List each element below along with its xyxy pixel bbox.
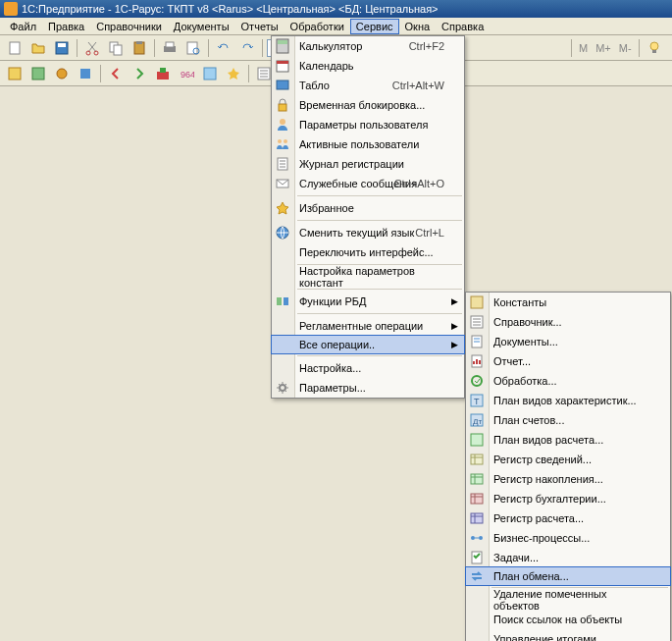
submenu-arrow-icon: ▶ — [451, 296, 458, 306]
menu-documents[interactable]: Документы — [168, 19, 235, 34]
plan2-icon: Дт — [469, 412, 485, 428]
bulb-button[interactable] — [644, 37, 665, 59]
separator — [154, 39, 155, 57]
save-button[interactable] — [51, 37, 73, 59]
menu-reports[interactable]: Отчеты — [235, 19, 284, 34]
menu-service[interactable]: Сервис — [350, 19, 399, 34]
allops-item-17[interactable]: Поиск ссылок на объекты — [466, 610, 670, 629]
svg-text:T: T — [474, 397, 480, 406]
tb2-btn7[interactable] — [152, 63, 174, 84]
allops-item-0[interactable]: Константы — [466, 293, 670, 312]
allops-item-16[interactable]: Удаление помеченных объектов — [466, 590, 670, 610]
exchange-icon — [469, 568, 485, 584]
service-item-5[interactable]: Активные пользователи — [272, 134, 464, 154]
tb2-btn3[interactable] — [51, 63, 73, 84]
menu-catalogs[interactable]: Справочники — [90, 19, 168, 34]
menu-item-label: Управление итогами... — [493, 633, 605, 641]
tb2-left-arrow[interactable] — [105, 63, 127, 84]
svg-text:Дт: Дт — [473, 417, 482, 426]
preview-button[interactable] — [182, 37, 204, 59]
service-item-12[interactable]: Переключить интерфейс... — [272, 242, 464, 262]
allops-item-2[interactable]: Документы... — [466, 332, 670, 351]
service-item-3[interactable]: Временная блокировка... — [272, 95, 464, 115]
service-item-6[interactable]: Журнал регистрации — [272, 154, 464, 174]
menu-item-label: Параметры пользователя — [299, 119, 428, 131]
service-item-2[interactable]: ТаблоCtrl+Alt+W — [272, 76, 464, 95]
reg1-icon — [469, 452, 485, 467]
svg-rect-16 — [9, 68, 21, 80]
service-item-9[interactable]: Избранное — [272, 198, 464, 218]
tb2-btn4[interactable] — [75, 63, 96, 84]
menu-processing[interactable]: Обработки — [284, 19, 350, 34]
print-button[interactable] — [159, 37, 181, 59]
service-item-14[interactable]: Настройка параметров констант — [272, 267, 464, 287]
allops-item-8[interactable]: Регистр сведений... — [466, 450, 670, 469]
allops-item-3[interactable]: Отчет... — [466, 351, 670, 371]
menu-help[interactable]: Справка — [436, 19, 490, 34]
menu-item-label: Настройка параметров констант — [299, 265, 444, 289]
redo-button[interactable] — [236, 37, 258, 59]
app-icon — [4, 2, 18, 16]
allops-item-18[interactable]: Управление итогами... — [466, 629, 670, 641]
mminus-label[interactable]: M- — [616, 42, 635, 54]
allops-item-14[interactable]: План обмена... — [465, 566, 671, 586]
allops-item-9[interactable]: Регистр накопления... — [466, 469, 670, 489]
allops-item-10[interactable]: Регистр бухгалтерии... — [466, 489, 670, 508]
allops-item-11[interactable]: Регистр расчета... — [466, 508, 670, 528]
undo-button[interactable] — [213, 37, 234, 59]
tb2-btn10[interactable] — [223, 63, 244, 84]
service-item-19[interactable]: Все операции..▶ — [271, 335, 465, 354]
service-item-16[interactable]: Функции РБД▶ — [272, 292, 464, 311]
svg-rect-10 — [166, 42, 174, 47]
tb2-btn2[interactable] — [27, 63, 49, 84]
menu-shortcut: Ctrl+Alt+W — [392, 80, 444, 91]
allops-item-5[interactable]: TПлан видов характеристик... — [466, 391, 670, 410]
mplus-label[interactable]: M+ — [593, 42, 614, 54]
service-item-22[interactable]: Параметры... — [272, 378, 464, 398]
users-icon — [275, 136, 290, 152]
menu-edit[interactable]: Правка — [42, 19, 90, 34]
tb2-btn8[interactable]: 964 — [176, 63, 197, 84]
menu-file[interactable]: Файл — [4, 19, 42, 34]
params-icon — [275, 380, 290, 396]
service-item-0[interactable]: КалькуляторCtrl+F2 — [272, 36, 464, 56]
allops-item-12[interactable]: Бизнес-процессы... — [466, 528, 670, 548]
open-button[interactable] — [27, 37, 49, 59]
menu-item-label: Переключить интерфейс... — [299, 246, 434, 258]
new-button[interactable] — [4, 37, 26, 59]
menu-windows[interactable]: Окна — [399, 19, 437, 34]
menu-item-label: План видов характеристик... — [493, 395, 637, 406]
cut-button[interactable] — [81, 37, 103, 59]
service-item-4[interactable]: Параметры пользователя — [272, 115, 464, 134]
menu-item-label: Регистр расчета... — [493, 512, 584, 524]
allops-item-7[interactable]: План видов расчета... — [466, 430, 670, 450]
menubar: Файл Правка Справочники Документы Отчеты… — [0, 18, 672, 35]
msg-icon — [275, 176, 290, 191]
paste-button[interactable] — [129, 37, 150, 59]
separator — [208, 39, 209, 57]
menu-item-label: Регламентные операции — [299, 320, 423, 332]
service-item-18[interactable]: Регламентные операции▶ — [272, 316, 464, 336]
service-item-7[interactable]: Служебные сообщенияCtrl+Alt+O — [272, 174, 464, 193]
allops-item-6[interactable]: ДтПлан счетов... — [466, 410, 670, 430]
service-item-11[interactable]: Сменить текущий языкCtrl+L — [272, 223, 464, 242]
svg-rect-21 — [160, 68, 166, 73]
tb2-right-arrow[interactable] — [129, 63, 150, 84]
service-item-1[interactable]: Календарь — [272, 56, 464, 76]
svg-rect-42 — [471, 296, 483, 308]
menu-item-label: План обмена... — [493, 570, 569, 582]
allops-item-4[interactable]: Обработка... — [466, 371, 670, 391]
service-item-21[interactable]: Настройка... — [272, 358, 464, 378]
svg-rect-17 — [32, 68, 44, 80]
menu-item-label: Все операции.. — [299, 339, 375, 350]
svg-rect-53 — [471, 474, 483, 484]
all-operations-submenu: КонстантыСправочник...Документы...Отчет.… — [465, 292, 671, 641]
allops-item-13[interactable]: Задачи... — [466, 548, 670, 567]
allops-item-1[interactable]: Справочник... — [466, 312, 670, 332]
separator — [77, 39, 78, 57]
tb2-btn9[interactable] — [199, 63, 221, 84]
tb2-btn1[interactable] — [4, 63, 26, 84]
board-icon — [275, 78, 290, 93]
copy-button[interactable] — [105, 37, 127, 59]
m-label[interactable]: M — [576, 42, 591, 54]
